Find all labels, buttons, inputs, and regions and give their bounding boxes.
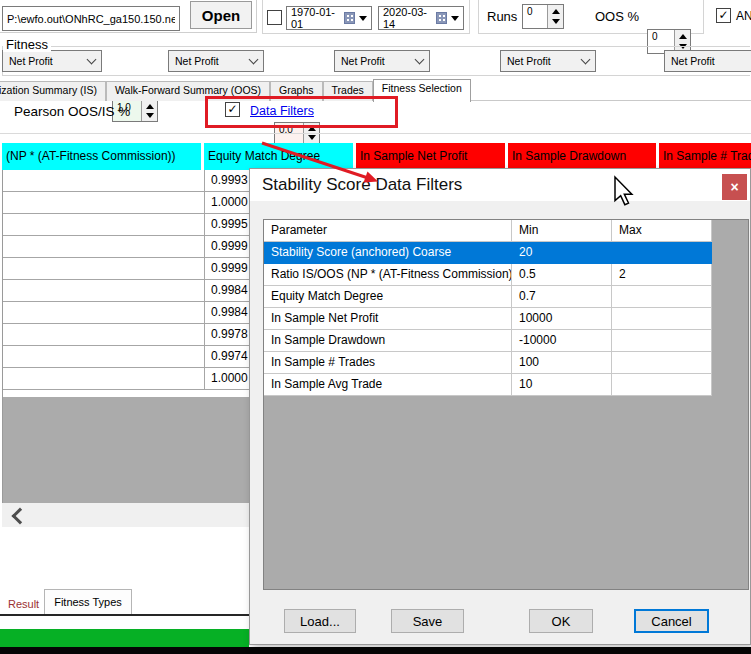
scroll-left-icon[interactable]	[12, 508, 29, 525]
filter-row[interactable]: In Sample # Trades 100	[264, 352, 712, 374]
spinner-up-icon[interactable]	[146, 104, 154, 109]
dropdown-arrow-icon	[451, 16, 459, 21]
filter-parameter: In Sample Avg Trade	[264, 374, 512, 395]
column-header-equity-match[interactable]: Equity Match Degree	[204, 143, 356, 170]
close-button[interactable]: ×	[722, 174, 747, 200]
fitness-select-1-value: Net Profit	[9, 55, 53, 67]
close-icon: ×	[730, 179, 738, 195]
ok-button[interactable]: OK	[529, 609, 593, 633]
fitness-select-5[interactable]: Net Profit	[664, 50, 751, 72]
column-header-is-trades[interactable]: In Sample # Trades	[659, 143, 751, 170]
filter-parameter: In Sample # Trades	[264, 352, 512, 373]
chevron-down-icon	[581, 55, 591, 65]
date-filter-checkbox[interactable]	[267, 10, 282, 25]
app-window: Open 1970-01-01 2020-03-14 Runs 0 OOS % …	[0, 0, 751, 654]
filter-max[interactable]	[612, 242, 712, 263]
column-header-fitness[interactable]: (NP * (AT-Fitness Commission))	[2, 143, 204, 170]
filter-max[interactable]	[612, 286, 712, 307]
filter-row[interactable]: In Sample Net Profit 10000	[264, 308, 712, 330]
fitness-select-5-value: Net Profit	[671, 55, 715, 67]
red-annotation-box	[205, 96, 398, 128]
spinner-up-icon[interactable]	[679, 34, 687, 39]
spinner-up-icon[interactable]	[552, 9, 560, 14]
save-button[interactable]: Save	[391, 609, 464, 633]
status-divider	[0, 614, 249, 616]
filters-table: Parameter Min Max Stability Score (ancho…	[263, 219, 749, 590]
filter-parameter: In Sample Net Profit	[264, 308, 512, 329]
fitness-select-2-value: Net Profit	[175, 55, 219, 67]
column-header-min[interactable]: Min	[512, 220, 612, 241]
pearson-label: Pearson OOS/IS %	[14, 104, 130, 119]
chevron-down-icon	[249, 55, 259, 65]
runs-value: 0	[527, 6, 533, 17]
filter-parameter: In Sample Drawdown	[264, 330, 512, 351]
dropdown-arrow-icon	[359, 16, 367, 21]
filter-min[interactable]: 10	[512, 374, 612, 395]
oos-percent-value: 0	[652, 31, 658, 42]
dialog-titlebar[interactable]: Stability Score Data Filters ×	[250, 169, 750, 201]
calendar-icon	[436, 12, 447, 24]
load-button[interactable]: Load...	[284, 609, 356, 633]
bottom-strip	[0, 647, 751, 654]
tab-result[interactable]: Result	[8, 598, 39, 610]
date-to-value: 2020-03-14	[383, 6, 432, 30]
filters-table-header: Parameter Min Max	[264, 220, 712, 242]
fitness-select-4[interactable]: Net Profit	[500, 50, 596, 72]
tab-fitness-types-label: Fitness Types	[54, 596, 122, 608]
fitness-select-3-value: Net Profit	[341, 55, 385, 67]
chevron-down-icon	[415, 55, 425, 65]
column-header-parameter[interactable]: Parameter	[264, 220, 512, 241]
chevron-down-icon	[87, 55, 97, 65]
fitness-select-4-value: Net Profit	[507, 55, 551, 67]
divider	[0, 133, 751, 134]
file-path-input[interactable]	[2, 6, 180, 31]
progress-bar	[0, 629, 249, 647]
fitness-select-1[interactable]: Net Profit	[2, 50, 102, 72]
filter-min[interactable]: 100	[512, 352, 612, 373]
results-table-header: (NP * (AT-Fitness Commission)) Equity Ma…	[2, 143, 751, 170]
dialog-title: Stability Score Data Filters	[262, 175, 462, 195]
filter-min[interactable]: 20	[512, 242, 612, 263]
spinner-down-icon[interactable]	[146, 113, 154, 118]
check-icon: ✓	[718, 9, 728, 21]
filter-min[interactable]: 10000	[512, 308, 612, 329]
an-checkbox[interactable]: ✓	[716, 8, 731, 23]
oos-percent-label: OOS %	[595, 9, 639, 24]
tab-optimization-summary[interactable]: Optimization Summary (IS)	[0, 81, 106, 101]
spinner-down-icon[interactable]	[308, 135, 316, 140]
date-to-picker[interactable]: 2020-03-14	[378, 6, 464, 30]
filter-parameter: Stability Score (anchored) Coarse	[264, 242, 512, 263]
filter-max[interactable]	[612, 308, 712, 329]
calendar-icon	[344, 12, 355, 24]
fitness-select-3[interactable]: Net Profit	[334, 50, 430, 72]
filter-min[interactable]: 0.5	[512, 264, 612, 285]
filter-max[interactable]	[612, 374, 712, 395]
spinner-down-icon[interactable]	[552, 19, 560, 24]
cancel-button[interactable]: Cancel	[634, 609, 709, 633]
filter-max[interactable]: 2	[612, 264, 712, 285]
column-header-is-net-profit[interactable]: In Sample Net Profit	[356, 143, 508, 170]
runs-spinner[interactable]: 0	[522, 4, 564, 29]
date-from-picker[interactable]: 1970-01-01	[286, 6, 372, 30]
fitness-group-label: Fitness	[3, 37, 51, 52]
filter-max[interactable]	[612, 352, 712, 373]
filter-row[interactable]: In Sample Avg Trade 10	[264, 374, 712, 396]
fitness-select-2[interactable]: Net Profit	[168, 50, 264, 72]
filter-min[interactable]: 0.7	[512, 286, 612, 307]
filter-row[interactable]: Equity Match Degree 0.7	[264, 286, 712, 308]
filter-parameter: Ratio IS/OOS (NP * (AT-Fitness Commissio…	[264, 264, 512, 285]
column-header-max[interactable]: Max	[612, 220, 712, 241]
open-button[interactable]: Open	[190, 1, 252, 29]
filter-parameter: Equity Match Degree	[264, 286, 512, 307]
data-filters-dialog: Stability Score Data Filters × Parameter…	[249, 168, 751, 645]
tab-fitness-types[interactable]: Fitness Types	[44, 589, 132, 614]
filter-row[interactable]: In Sample Drawdown -10000	[264, 330, 712, 352]
runs-label: Runs	[487, 9, 517, 24]
date-from-value: 1970-01-01	[291, 6, 340, 30]
filter-max[interactable]	[612, 330, 712, 351]
filter-row[interactable]: Ratio IS/OOS (NP * (AT-Fitness Commissio…	[264, 264, 712, 286]
filter-row[interactable]: Stability Score (anchored) Coarse 20	[264, 242, 712, 264]
an-checkbox-label: AN	[736, 9, 751, 23]
filter-min[interactable]: -10000	[512, 330, 612, 351]
column-header-is-drawdown[interactable]: In Sample Drawdown	[508, 143, 659, 170]
